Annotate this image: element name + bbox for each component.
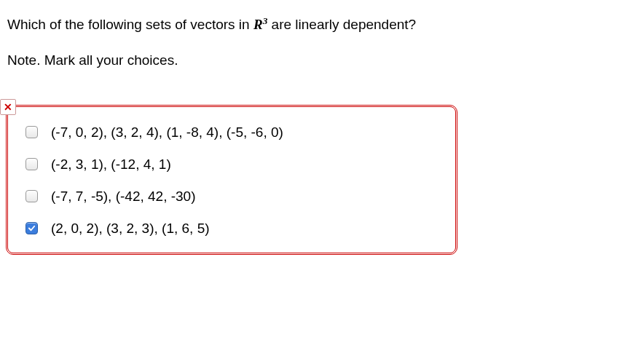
question-line1-pre: Which of the following sets of vectors i… <box>7 17 253 32</box>
checkbox-option-3[interactable] <box>25 190 38 202</box>
option-row: (-7, 0, 2), (3, 2, 4), (1, -8, 4), (-5, … <box>25 124 441 141</box>
question-block: Which of the following sets of vectors i… <box>0 0 641 76</box>
checkbox-option-1[interactable] <box>25 126 38 138</box>
option-label: (-7, 0, 2), (3, 2, 4), (1, -8, 4), (-5, … <box>51 124 283 141</box>
option-row: (-7, 7, -5), (-42, 42, -30) <box>25 189 441 205</box>
question-line1-post: are linearly dependent? <box>267 17 416 32</box>
checkmark-icon <box>28 224 36 232</box>
option-label: (-2, 3, 1), (-12, 4, 1) <box>51 157 171 173</box>
incorrect-icon: ✕ <box>0 99 16 115</box>
option-row: (-2, 3, 1), (-12, 4, 1) <box>25 157 441 173</box>
math-variable: R3 <box>253 17 267 32</box>
answer-panel: ✕ (-7, 0, 2), (3, 2, 4), (1, -8, 4), (-5… <box>6 105 457 255</box>
option-row: (2, 0, 2), (3, 2, 3), (1, 6, 5) <box>25 221 441 237</box>
question-note: Note. Mark all your choices. <box>7 52 634 68</box>
question-text: Which of the following sets of vectors i… <box>7 13 634 36</box>
option-label: (-7, 7, -5), (-42, 42, -30) <box>51 189 196 205</box>
checkbox-option-2[interactable] <box>25 158 38 170</box>
checkbox-option-4[interactable] <box>25 222 38 234</box>
option-label: (2, 0, 2), (3, 2, 3), (1, 6, 5) <box>51 221 210 237</box>
